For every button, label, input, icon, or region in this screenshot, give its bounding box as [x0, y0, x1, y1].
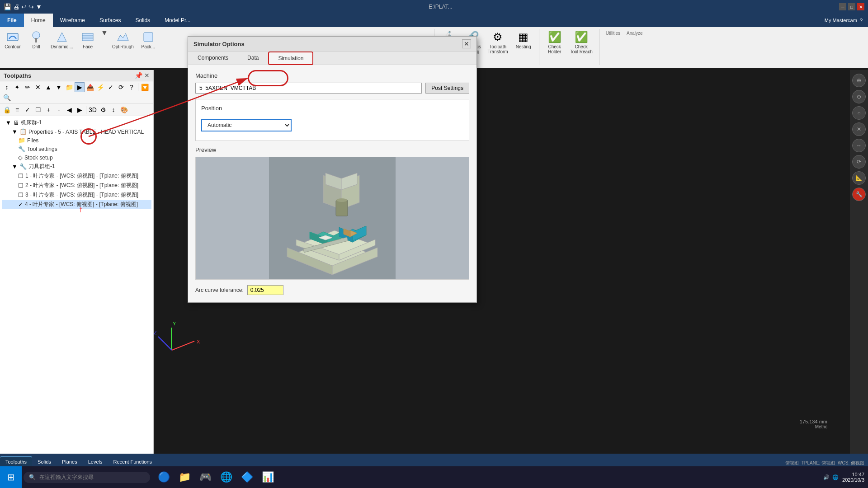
machine-section-label: Machine [195, 72, 469, 79]
dialog-title-bar: Simulator Options ✕ [188, 37, 476, 52]
dialog-tab-data[interactable]: Data [238, 52, 268, 65]
preview-label: Preview [195, 146, 469, 153]
taskbar-app-explorer[interactable]: 📁 [175, 467, 194, 487]
date: 2020/10/3 [842, 477, 864, 483]
machine-preview-image [269, 157, 396, 279]
search-placeholder: 在這裡輸入文字來搜尋 [39, 474, 94, 481]
search-icon: 🔍 [29, 474, 36, 480]
machine-select[interactable]: 5_5AXGEN_VMCTTAB GENERIC_FANUC_5AX_TABLE… [195, 83, 422, 94]
windows-icon: ⊞ [7, 472, 15, 483]
machine-3d-svg [269, 157, 396, 279]
arc-tolerance-row: Arc curve tolerance: [195, 285, 469, 295]
search-bar[interactable]: 🔍 在這裡輸入文字來搜尋 [24, 472, 150, 483]
simulator-options-dialog: Simulator Options ✕ Components Data Simu… [188, 36, 477, 303]
clock[interactable]: 10:47 2020/10/3 [842, 472, 864, 483]
sys-icons: 🔊 🌐 [823, 474, 839, 480]
taskbar: ⊞ 🔍 在這裡輸入文字來搜尋 🔵 📁 🎮 🌐 🔷 📊 🔊 🌐 10:47 202… [0, 466, 868, 488]
preview-box [195, 157, 469, 280]
taskbar-app-game[interactable]: 🎮 [195, 467, 215, 487]
position-row: Automatic Manual Origin [201, 115, 463, 135]
svg-point-36 [336, 198, 347, 202]
dialog-tab-simulation[interactable]: Simulation [268, 52, 313, 65]
dialog-tabs: Components Data Simulation [188, 52, 476, 65]
position-section-box: Position Automatic Manual Origin [195, 99, 469, 141]
sys-icon-sound[interactable]: 🔊 [823, 474, 830, 480]
dialog-title: Simulator Options [193, 41, 245, 47]
position-section-label: Position [201, 105, 463, 112]
taskbar-app-browser[interactable]: 🌐 [216, 467, 236, 487]
dialog-body: Machine 5_5AXGEN_VMCTTAB GENERIC_FANUC_5… [188, 65, 476, 302]
dialog-tab-components[interactable]: Components [188, 52, 238, 65]
sys-icon-network[interactable]: 🌐 [832, 474, 839, 480]
taskbar-apps: 🔵 📁 🎮 🌐 🔷 📊 [154, 467, 278, 487]
svg-rect-35 [336, 200, 348, 216]
arc-tolerance-label: Arc curve tolerance: [195, 287, 244, 293]
position-select[interactable]: Automatic Manual Origin [201, 119, 292, 131]
arc-tolerance-input[interactable] [247, 285, 283, 295]
dialog-overlay: Simulator Options ✕ Components Data Simu… [0, 0, 868, 488]
dialog-close-button[interactable]: ✕ [462, 39, 471, 48]
start-button[interactable]: ⊞ [0, 466, 22, 488]
taskbar-app-cortana[interactable]: 🔵 [154, 467, 174, 487]
time: 10:47 [842, 472, 864, 477]
machine-row: 5_5AXGEN_VMCTTAB GENERIC_FANUC_5AX_TABLE… [195, 83, 469, 94]
taskbar-right: 🔊 🌐 10:47 2020/10/3 [823, 472, 868, 483]
taskbar-app-other[interactable]: 📊 [258, 467, 278, 487]
post-settings-button[interactable]: Post Settings [425, 83, 469, 94]
taskbar-app-nx[interactable]: 🔷 [237, 467, 257, 487]
